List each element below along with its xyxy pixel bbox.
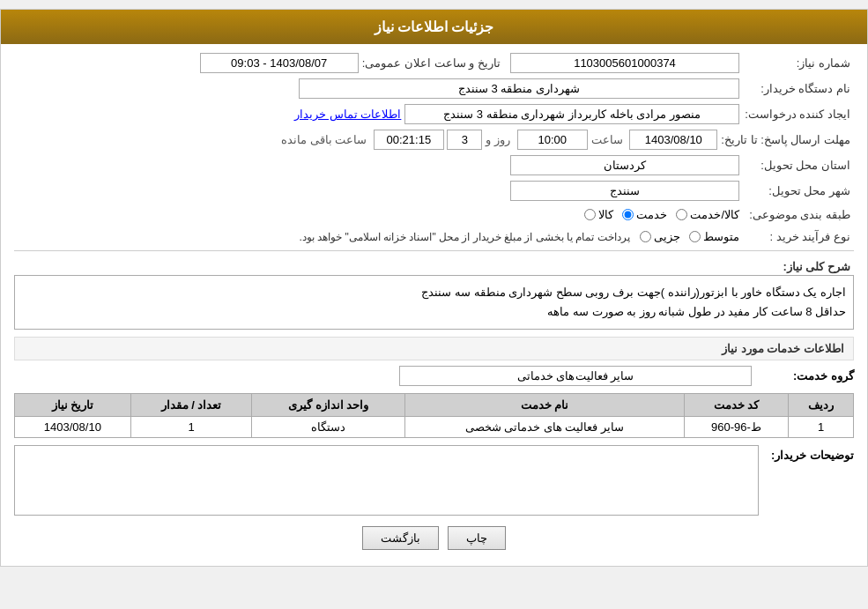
print-button[interactable]: چاپ (448, 526, 506, 550)
purchase-type-radio-group: متوسط جزیی (640, 230, 739, 243)
contact-link[interactable]: اطلاعات تماس خریدار (294, 108, 401, 121)
deadline-row: مهلت ارسال پاسخ: تا تاریخ: ساعت روز و سا… (14, 130, 854, 150)
purchase-type-row: نوع فرآیند خرید : متوسط جزیی پرداخت تمام… (14, 228, 854, 245)
province-row: استان محل تحویل: (14, 155, 854, 175)
page-header: جزئیات اطلاعات نیاز (1, 10, 867, 44)
table-row: 1ط-96-960سایر فعالیت های خدماتی شخصیدستگ… (15, 417, 854, 438)
col-header-row-num: ردیف (789, 394, 854, 417)
purchase-type-motavasset[interactable]: متوسط (689, 230, 739, 243)
col-header-name: نام خدمت (405, 394, 685, 417)
button-row: بازگشت چاپ (14, 526, 854, 550)
category-option-kala[interactable]: کالا (584, 208, 613, 221)
city-label: شهر محل تحویل: (739, 182, 854, 199)
province-label: استان محل تحویل: (739, 157, 854, 174)
city-input[interactable] (510, 181, 739, 201)
services-table: ردیف کد خدمت نام خدمت واحد اندازه گیری ت… (14, 393, 854, 438)
description-row: شرح کلی نیاز: اجاره یک دستگاه خاور با اب… (14, 256, 854, 330)
notes-textarea[interactable] (14, 445, 759, 516)
buyer-name-input[interactable] (299, 78, 739, 99)
province-input[interactable] (510, 155, 739, 175)
deadline-remaining-input[interactable] (374, 130, 444, 150)
announce-date-label: تاریخ و ساعت اعلان عمومی: (359, 55, 504, 71)
purchase-type-note: پرداخت تمام یا بخشی از مبلغ خریدار از مح… (296, 229, 634, 245)
back-button[interactable]: بازگشت (362, 526, 439, 550)
services-table-section: ردیف کد خدمت نام خدمت واحد اندازه گیری ت… (14, 393, 854, 438)
description-box: اجاره یک دستگاه خاور با ابزتور(راننده )ج… (14, 275, 854, 330)
services-group-input[interactable] (399, 366, 752, 386)
deadline-date-input[interactable] (629, 130, 717, 150)
deadline-days-label: روز و (482, 133, 514, 146)
creator-input[interactable] (404, 104, 739, 124)
category-radio-group: کالا/خدمت خدمت کالا (584, 208, 739, 221)
purchase-type-jozi[interactable]: جزیی (640, 230, 680, 243)
services-section-title: اطلاعات خدمات مورد نیاز (14, 337, 854, 360)
announce-date-input[interactable] (200, 53, 359, 73)
category-option-kala-khedmat[interactable]: کالا/خدمت (676, 208, 739, 221)
purchase-type-label: نوع فرآیند خرید : (739, 228, 854, 245)
page-title: جزئیات اطلاعات نیاز (375, 19, 494, 34)
notes-label: توضیحات خریدار: (766, 445, 854, 462)
col-header-date: تاریخ نیاز (15, 394, 131, 417)
category-option-khedmat[interactable]: خدمت (622, 208, 667, 221)
order-number-row: شماره نیاز: تاریخ و ساعت اعلان عمومی: (14, 53, 854, 73)
services-group-row: گروه خدمت: (14, 366, 854, 386)
order-number-label: شماره نیاز: (739, 55, 854, 71)
city-row: شهر محل تحویل: (14, 181, 854, 201)
category-label: طبقه بندی موضوعی: (739, 206, 854, 223)
category-row: طبقه بندی موضوعی: کالا/خدمت خدمت کالا (14, 206, 854, 223)
col-header-unit: واحد اندازه گیری (252, 394, 405, 417)
col-header-code: کد خدمت (684, 394, 788, 417)
buyer-name-label: نام دستگاه خریدار: (739, 80, 854, 97)
order-number-input[interactable] (510, 53, 739, 73)
description-label: شرح کلی نیاز: (739, 256, 854, 275)
deadline-label: مهلت ارسال پاسخ: تا تاریخ: (717, 131, 854, 148)
notes-row: توضیحات خریدار: (14, 445, 854, 516)
creator-row: ایجاد کننده درخواست: اطلاعات تماس خریدار (14, 104, 854, 124)
deadline-time-input[interactable] (517, 130, 588, 150)
services-group-label: گروه خدمت: (757, 369, 854, 382)
buyer-name-row: نام دستگاه خریدار: (14, 78, 854, 99)
deadline-time-label: ساعت (588, 133, 627, 146)
creator-label: ایجاد کننده درخواست: (739, 106, 854, 123)
deadline-remaining-label: ساعت باقی مانده (278, 133, 370, 146)
col-header-qty: تعداد / مقدار (130, 394, 252, 417)
deadline-days-input[interactable] (447, 130, 482, 150)
